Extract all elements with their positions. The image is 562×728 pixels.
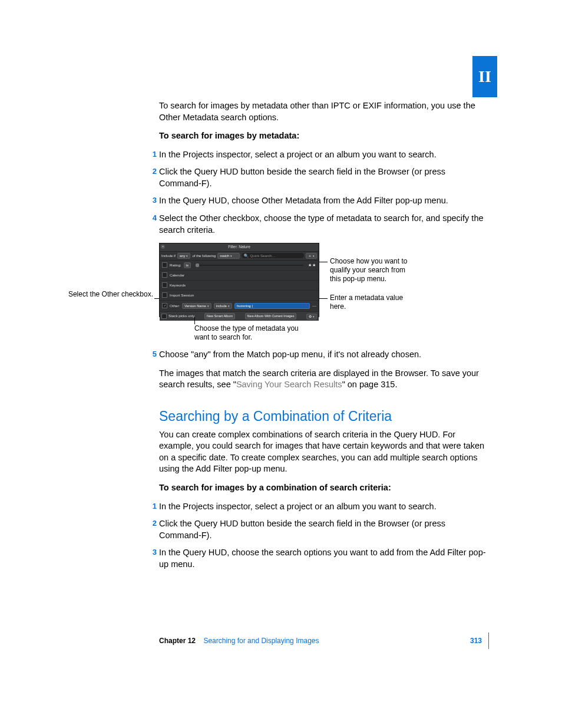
hud-footer: Stack picks only New Smart Album New Alb… — [160, 312, 319, 321]
of-following-label: of the following — [192, 253, 216, 258]
procedure-b-steps: 1In the Projects inspector, select a pro… — [159, 501, 489, 571]
keywords-row[interactable]: Keywords — [160, 281, 319, 291]
step-text: In the Projects inspector, select a proj… — [159, 502, 437, 511]
qualifier-popup[interactable]: include▾ — [214, 303, 232, 309]
rating-checkbox[interactable] — [162, 262, 167, 268]
hud-toolbar: Include if any▾ of the following match▾ … — [160, 252, 319, 261]
include-if-label: Include if — [161, 253, 176, 258]
other-checkbox[interactable]: ✓ — [162, 303, 167, 308]
step-text: Click the Query HUD button beside the se… — [159, 519, 445, 540]
rating-stars: ★★ — [308, 262, 316, 268]
chapter-title: Searching for and Displaying Images — [203, 637, 319, 645]
query-hud-panel: × Filter: Nature Include if any▾ of the … — [159, 243, 319, 317]
stack-picks-checkbox[interactable] — [161, 314, 167, 319]
quick-search-field[interactable]: 🔍Quick Search… — [242, 253, 304, 258]
keywords-checkbox[interactable] — [162, 282, 167, 288]
close-icon[interactable]: × — [161, 245, 165, 249]
callout-enter-value: Enter a metadata value here. — [330, 294, 412, 311]
results-paragraph: The images that match the search criteri… — [159, 368, 489, 391]
chevron-down-icon: ▾ — [228, 304, 230, 308]
figure-query-hud: Select the Other checkbox. × Filter: Nat… — [159, 243, 489, 343]
step-text: In the Query HUD, choose Other Metadata … — [159, 196, 448, 205]
search-icon: 🔍 — [244, 253, 249, 258]
callout-qualify-popup: Choose how you want to qualify your sear… — [330, 257, 412, 284]
main-content: To search for images by metadata other t… — [159, 100, 489, 577]
metadata-type-popup[interactable]: Version Name▾ — [182, 303, 211, 309]
gear-icon: ⚙ — [309, 314, 312, 319]
procedure-a-step5: 5Choose "any" from the Match pop-up menu… — [159, 349, 489, 361]
metadata-value-input[interactable]: humming| — [234, 303, 310, 309]
intro-paragraph: To search for images by metadata other t… — [159, 100, 489, 123]
calendar-label: Calendar — [170, 273, 184, 278]
new-album-current-button[interactable]: New Album With Current Images — [245, 313, 297, 319]
other-label: Other: — [170, 304, 180, 308]
calendar-checkbox[interactable] — [162, 272, 167, 278]
combination-intro: You can create complex combinations of s… — [159, 429, 489, 475]
gear-menu[interactable]: ⚙▾ — [306, 314, 317, 319]
hud-title: Filter: Nature — [228, 245, 250, 249]
step-text: Select the Other checkbox, choose the ty… — [159, 213, 484, 235]
page-number: 313 — [470, 637, 482, 645]
stack-picks-label: Stack picks only — [168, 314, 194, 318]
procedure-a-steps: 1In the Projects inspector, select a pro… — [159, 149, 489, 236]
import-session-label: Import Session — [170, 293, 194, 298]
new-smart-album-button[interactable]: New Smart Album — [204, 313, 235, 319]
remove-icon[interactable]: — — [312, 303, 316, 308]
match-popup[interactable]: match▾ — [217, 253, 240, 259]
chevron-down-icon: ▾ — [186, 253, 188, 258]
import-session-row[interactable]: Import Session — [160, 291, 319, 301]
rating-label: Rating: — [170, 263, 181, 268]
callout-select-other-checkbox: Select the Other checkbox. — [65, 290, 153, 299]
any-popup[interactable]: any▾ — [177, 253, 190, 259]
add-filter-button[interactable]: ＋▾ — [306, 253, 317, 259]
heading-combination-criteria: Searching by a Combination of Criteria — [159, 407, 489, 426]
import-session-checkbox[interactable] — [162, 292, 167, 298]
xref-saving-results[interactable]: Saving Your Search Results — [236, 380, 342, 389]
rating-is-popup[interactable]: is — [184, 262, 191, 268]
step-text: Click the Query HUD button beside the se… — [159, 167, 445, 188]
callout-metadata-type: Choose the type of metadata you want to … — [194, 324, 300, 342]
step-text: In the Projects inspector, select a proj… — [159, 150, 437, 159]
procedure-b-title: To search for images by a combination of… — [159, 482, 489, 494]
rating-row: Rating: is ★★ — [160, 261, 319, 271]
page-footer: Chapter 12 Searching for and Displaying … — [159, 636, 489, 645]
keywords-label: Keywords — [170, 283, 186, 288]
chevron-down-icon: ▾ — [313, 314, 315, 319]
chevron-down-icon: ▾ — [230, 253, 232, 258]
chevron-down-icon: ▾ — [207, 304, 209, 308]
calendar-row[interactable]: Calendar — [160, 271, 319, 281]
rating-slider[interactable] — [196, 265, 303, 266]
chapter-number: Chapter 12 — [159, 637, 196, 645]
step-text: Choose "any" from the Match pop-up menu,… — [159, 350, 421, 359]
other-row: ✓ Other: Version Name▾ include▾ humming|… — [160, 301, 319, 312]
step-text: In the Query HUD, choose the search opti… — [159, 548, 486, 569]
procedure-a-title: To search for images by metadata: — [159, 130, 489, 142]
chevron-down-icon: ▾ — [313, 253, 315, 258]
section-tab: II — [472, 56, 497, 97]
hud-title-bar: × Filter: Nature — [160, 243, 319, 252]
